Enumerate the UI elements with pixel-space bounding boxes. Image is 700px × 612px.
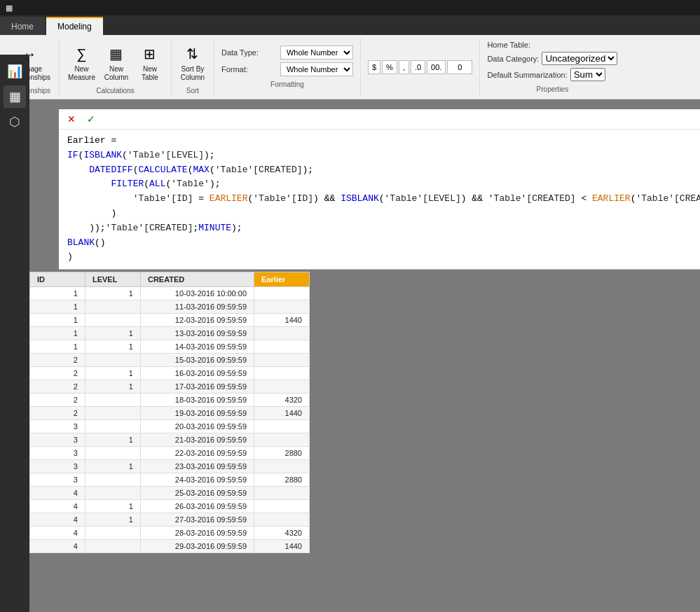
- cell-earlier: [254, 513, 310, 527]
- cell-id: 3: [30, 420, 85, 433]
- table-row: 2 15-03-2016 09:59:59: [30, 354, 310, 367]
- cell-created: 27-03-2016 09:59:59: [140, 513, 254, 527]
- cell-created: 15-03-2016 09:59:59: [140, 354, 254, 367]
- table-row: 1 11-03-2016 09:59:59: [30, 300, 310, 314]
- col-header-earlier: Earlier: [254, 272, 310, 287]
- sidebar-data-icon[interactable]: ▦: [4, 85, 26, 108]
- title-bar: ▦: [0, 0, 700, 15]
- cell-level: [85, 527, 140, 540]
- cell-id: 3: [30, 447, 85, 460]
- formula-close-button[interactable]: ✕: [64, 112, 78, 126]
- cell-id: 1: [30, 327, 85, 340]
- cell-level: 1: [85, 460, 140, 473]
- cell-id: 4: [30, 500, 85, 513]
- cell-level: [85, 354, 140, 367]
- tab-home[interactable]: Home: [0, 17, 45, 35]
- cell-level: 1: [85, 340, 140, 354]
- cell-id: 2: [30, 354, 85, 367]
- home-table-label: Home Table:: [487, 41, 530, 49]
- cell-earlier: 1440: [254, 540, 310, 553]
- formula-toolbar: ✕ ✓: [59, 109, 700, 130]
- tab-modeling[interactable]: Modeling: [46, 17, 103, 35]
- cell-earlier: 2880: [254, 473, 310, 487]
- cell-id: 4: [30, 527, 85, 540]
- cell-id: 2: [30, 380, 85, 394]
- cell-id: 2: [30, 394, 85, 407]
- cell-created: 11-03-2016 09:59:59: [140, 300, 254, 314]
- table-row: 4 29-03-2016 09:59:59 1440: [30, 540, 310, 553]
- cell-earlier: [254, 300, 310, 314]
- table-row: 1 1 13-03-2016 09:59:59: [30, 327, 310, 340]
- cell-earlier: 2880: [254, 447, 310, 460]
- tab-bar: Home Modeling: [0, 15, 700, 35]
- sidebar-report-icon[interactable]: 📊: [4, 60, 26, 83]
- table-row: 1 1 10-03-2016 10:00:00: [30, 287, 310, 300]
- formula-content[interactable]: Earlier = IF(ISBLANK('Table'[LEVEL]); DA…: [59, 130, 700, 269]
- table-row: 2 1 17-03-2016 09:59:59: [30, 380, 310, 394]
- formula-name: Earlier =: [67, 135, 122, 146]
- cell-level: [85, 540, 140, 553]
- cell-level: 1: [85, 287, 140, 300]
- cell-earlier: [254, 380, 310, 394]
- cell-earlier: 1440: [254, 407, 310, 420]
- cell-earlier: [254, 420, 310, 433]
- table-row: 2 18-03-2016 09:59:59 4320: [30, 394, 310, 407]
- table-row: 4 28-03-2016 09:59:59 4320: [30, 527, 310, 540]
- cell-created: 19-03-2016 09:59:59: [140, 407, 254, 420]
- col-header-id: ID: [30, 272, 85, 287]
- app-icon: ▦: [6, 4, 13, 13]
- cell-level: [85, 314, 140, 327]
- cell-created: 28-03-2016 09:59:59: [140, 527, 254, 540]
- cell-created: 20-03-2016 09:59:59: [140, 420, 254, 433]
- table-row: 3 20-03-2016 09:59:59: [30, 420, 310, 433]
- cell-earlier: [254, 433, 310, 447]
- cell-created: 10-03-2016 10:00:00: [140, 287, 254, 300]
- cell-level: 1: [85, 327, 140, 340]
- cell-earlier: 1440: [254, 314, 310, 327]
- cell-earlier: [254, 367, 310, 380]
- cell-earlier: [254, 340, 310, 354]
- table-row: 4 1 27-03-2016 09:59:59: [30, 513, 310, 527]
- table-row: 3 1 23-03-2016 09:59:59: [30, 460, 310, 473]
- cell-level: [85, 300, 140, 314]
- cell-created: 18-03-2016 09:59:59: [140, 394, 254, 407]
- cell-id: 4: [30, 487, 85, 500]
- table-row: 4 1 26-03-2016 09:59:59: [30, 500, 310, 513]
- cell-id: 4: [30, 513, 85, 527]
- cell-earlier: [254, 327, 310, 340]
- cell-id: 3: [30, 460, 85, 473]
- cell-id: 1: [30, 287, 85, 300]
- cell-earlier: [254, 500, 310, 513]
- table-row: 2 1 16-03-2016 09:59:59: [30, 367, 310, 380]
- cell-earlier: 4320: [254, 527, 310, 540]
- cell-id: 4: [30, 540, 85, 553]
- cell-created: 22-03-2016 09:59:59: [140, 447, 254, 460]
- cell-created: 21-03-2016 09:59:59: [140, 433, 254, 447]
- main-area: ✕ ✓ Earlier = IF(ISBLANK('Table'[LEVEL])…: [29, 55, 700, 612]
- cell-earlier: [254, 287, 310, 300]
- cell-created: 16-03-2016 09:59:59: [140, 367, 254, 380]
- data-table: ID LEVEL CREATED Earlier 1 1 10-03-2016 …: [29, 272, 310, 553]
- cell-level: 1: [85, 367, 140, 380]
- cell-level: [85, 394, 140, 407]
- table-row: 4 25-03-2016 09:59:59: [30, 487, 310, 500]
- cell-id: 1: [30, 300, 85, 314]
- formula-accept-button[interactable]: ✓: [84, 112, 98, 126]
- cell-level: 1: [85, 433, 140, 447]
- cell-level: 1: [85, 380, 140, 394]
- table-row: 3 1 21-03-2016 09:59:59: [30, 433, 310, 447]
- cell-created: 14-03-2016 09:59:59: [140, 340, 254, 354]
- table-row: 3 22-03-2016 09:59:59 2880: [30, 447, 310, 460]
- table-row: 1 1 14-03-2016 09:59:59: [30, 340, 310, 354]
- table-container: ID LEVEL CREATED Earlier 1 1 10-03-2016 …: [29, 272, 700, 612]
- cell-earlier: [254, 487, 310, 500]
- cell-earlier: [254, 354, 310, 367]
- cell-level: [85, 407, 140, 420]
- cell-id: 1: [30, 314, 85, 327]
- table-row: 3 24-03-2016 09:59:59 2880: [30, 473, 310, 487]
- cell-id: 3: [30, 473, 85, 487]
- formula-bar: ✕ ✓ Earlier = IF(ISBLANK('Table'[LEVEL])…: [59, 109, 700, 270]
- sidebar-relationships-icon[interactable]: ⬡: [4, 111, 26, 133]
- cell-level: 1: [85, 513, 140, 527]
- cell-created: 25-03-2016 09:59:59: [140, 487, 254, 500]
